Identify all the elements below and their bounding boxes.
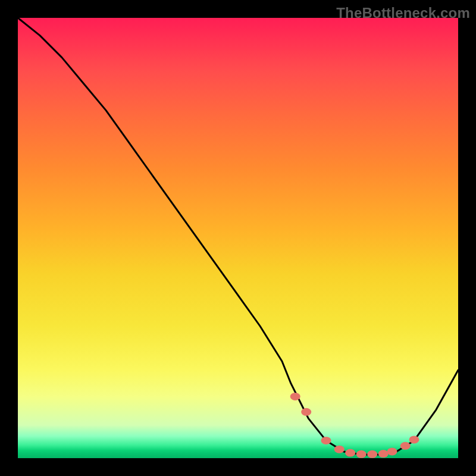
highlight-dot	[409, 436, 419, 443]
highlight-dot	[387, 447, 397, 455]
highlight-dot	[321, 437, 331, 444]
highlight-dot	[367, 450, 377, 458]
highlight-dots	[290, 393, 419, 458]
highlight-dot	[290, 393, 300, 400]
chart-svg	[0, 0, 476, 476]
highlight-dot	[400, 442, 411, 450]
bottleneck-curve	[18, 18, 458, 455]
chart-frame: TheBottleneck.com	[0, 0, 476, 476]
highlight-dot	[356, 450, 367, 458]
curve-path	[18, 18, 458, 455]
highlight-dot	[301, 408, 311, 416]
watermark-label: TheBottleneck.com	[336, 5, 470, 21]
highlight-dot	[378, 450, 389, 458]
highlight-dot	[334, 446, 345, 453]
highlight-dot	[345, 449, 355, 457]
